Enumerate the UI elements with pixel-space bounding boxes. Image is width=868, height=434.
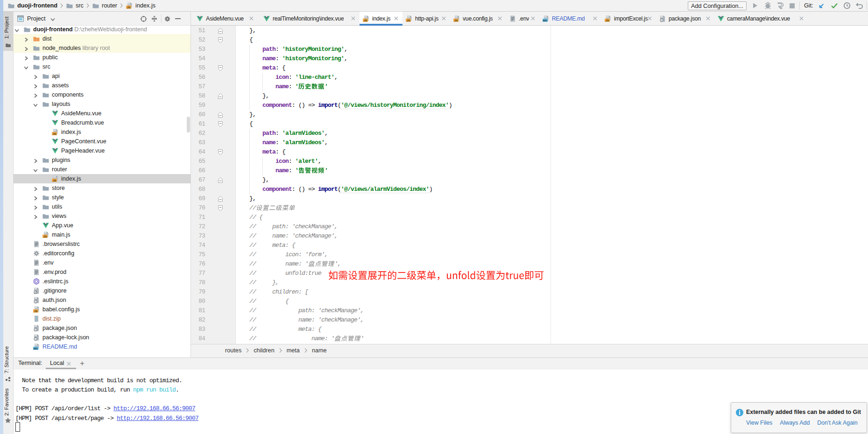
svg-text:JS: JS bbox=[454, 18, 458, 21]
svg-text:MD: MD bbox=[543, 19, 548, 21]
svg-text:JS: JS bbox=[606, 18, 609, 21]
svg-text:JS: JS bbox=[407, 18, 410, 21]
svg-text:JS: JS bbox=[364, 18, 367, 21]
svg-text:JS: JS bbox=[127, 6, 131, 9]
